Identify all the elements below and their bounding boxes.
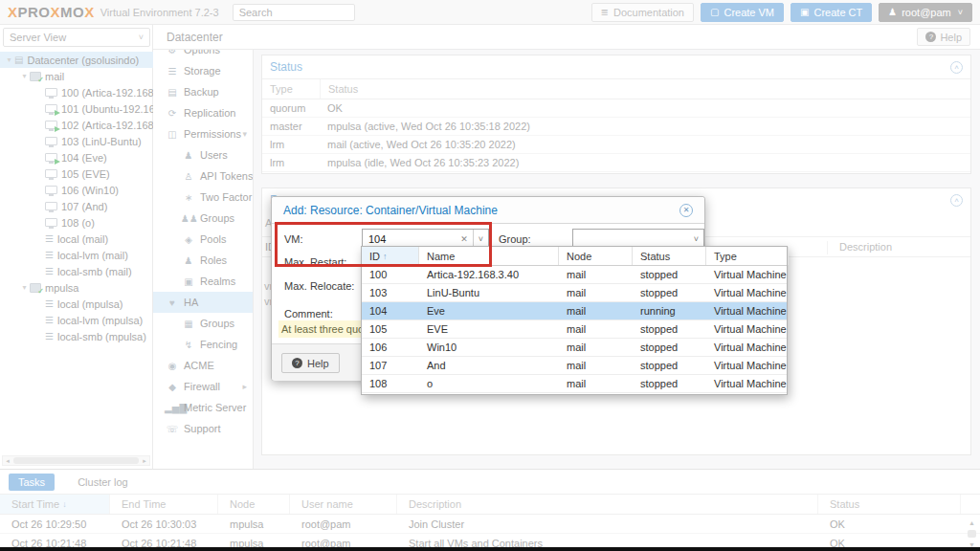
cell-id: 100 xyxy=(362,269,419,280)
cell-status: stopped xyxy=(633,287,706,298)
dropdown-column-node[interactable]: Node xyxy=(559,247,633,265)
vm-dropdown-list: ID↑NameNodeStatusType 100Artica-192.168.… xyxy=(361,246,788,395)
dropdown-column-status[interactable]: Status xyxy=(633,247,706,265)
vm-option-104[interactable]: 104EvemailrunningVirtual Machine xyxy=(362,302,787,320)
max-relocate-label: Max. Relocate: xyxy=(284,280,354,292)
cell-node: mail xyxy=(559,287,633,298)
vm-option-106[interactable]: 106Win10mailstoppedVirtual Machine xyxy=(362,339,787,357)
dialog-title: Add: Resource: Container/Virtual Machine xyxy=(283,204,498,217)
cell-id: 106 xyxy=(362,342,419,353)
cell-name: Artica-192.168.3.40 xyxy=(419,269,559,280)
cell-type: Virtual Machine xyxy=(706,323,789,335)
cell-node: mail xyxy=(559,305,633,317)
cell-id: 103 xyxy=(362,287,419,298)
cell-name: And xyxy=(419,360,559,371)
close-icon[interactable]: ✕ xyxy=(679,204,693,217)
cell-type: Virtual Machine xyxy=(706,342,789,353)
cell-node: mail xyxy=(559,269,633,280)
question-icon: ? xyxy=(292,358,302,368)
cell-name: Win10 xyxy=(419,342,559,353)
dropdown-column-type[interactable]: Type xyxy=(706,247,789,265)
cell-status: stopped xyxy=(633,342,706,353)
vm-option-105[interactable]: 105EVEmailstoppedVirtual Machine xyxy=(362,320,787,339)
cell-type: Virtual Machine xyxy=(706,269,789,280)
letterbox-bar xyxy=(0,547,980,551)
cell-node: mail xyxy=(559,323,633,335)
vm-option-100[interactable]: 100Artica-192.168.3.40mailstoppedVirtual… xyxy=(362,266,787,284)
cell-id: 105 xyxy=(362,323,419,335)
cell-status: running xyxy=(633,305,706,317)
cell-name: Eve xyxy=(419,305,559,317)
vm-option-107[interactable]: 107AndmailstoppedVirtual Machine xyxy=(362,357,787,375)
comment-label: Comment: xyxy=(284,308,333,320)
cell-node: mail xyxy=(559,342,633,353)
cell-name: o xyxy=(419,378,559,389)
cell-type: Virtual Machine xyxy=(706,287,789,298)
cell-node: mail xyxy=(559,360,633,371)
cell-status: stopped xyxy=(633,269,706,280)
cell-type: Virtual Machine xyxy=(706,378,789,389)
cell-status: stopped xyxy=(633,360,706,371)
cell-id: 108 xyxy=(362,378,419,389)
cell-name: LinU-Buntu xyxy=(419,287,559,298)
cell-status: stopped xyxy=(633,323,706,335)
cell-type: Virtual Machine xyxy=(706,360,789,371)
highlight-annotation xyxy=(275,222,492,267)
cell-id: 107 xyxy=(362,360,419,371)
cell-name: EVE xyxy=(419,323,559,335)
vm-option-108[interactable]: 108omailstoppedVirtual Machine xyxy=(362,375,787,393)
cell-status: stopped xyxy=(633,378,706,389)
proxmox-app: XPROXMOX Virtual Environment 7.2-3 ≣Docu… xyxy=(0,0,980,551)
vm-dropdown-body: 100Artica-192.168.3.40mailstoppedVirtual… xyxy=(362,266,787,393)
cell-id: 104 xyxy=(362,305,419,317)
vm-option-103[interactable]: 103LinU-BuntumailstoppedVirtual Machine xyxy=(362,284,787,302)
cell-node: mail xyxy=(559,378,633,389)
dialog-help-button[interactable]: ?Help xyxy=(281,353,340,373)
group-label: Group: xyxy=(499,233,531,245)
cell-type: Virtual Machine xyxy=(706,305,789,317)
